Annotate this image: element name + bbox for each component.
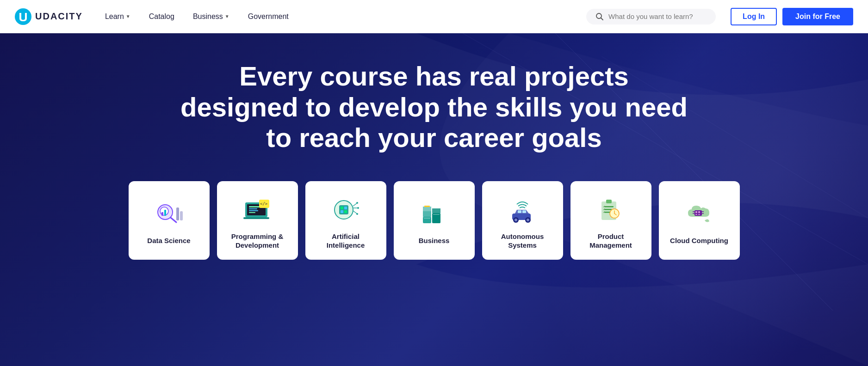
- category-cards: Data Science </>: [129, 181, 740, 260]
- category-card-cloud[interactable]: Cloud Computing: [659, 181, 740, 260]
- nav-links: Learn ▼ Catalog Business ▼ Government: [98, 9, 579, 24]
- svg-line-28: [353, 203, 357, 206]
- category-card-product[interactable]: ✓ ✓ ✓ Product Management: [570, 181, 651, 260]
- udacity-logo-icon: [15, 8, 31, 25]
- svg-point-46: [515, 219, 517, 221]
- svg-rect-51: [604, 206, 614, 207]
- svg-rect-60: [694, 210, 702, 216]
- svg-rect-39: [424, 218, 430, 219]
- svg-point-33: [356, 213, 358, 215]
- svg-rect-52: [604, 209, 612, 210]
- svg-rect-24: [341, 207, 343, 209]
- svg-point-29: [356, 202, 358, 204]
- hero-section: Every course has real projects designed …: [0, 33, 868, 366]
- svg-point-48: [527, 219, 529, 221]
- svg-rect-63: [695, 214, 697, 215]
- logo[interactable]: UDACITY: [15, 8, 83, 25]
- svg-rect-41: [424, 206, 430, 207]
- search-input[interactable]: [608, 12, 707, 20]
- chevron-down-icon: ▼: [126, 14, 130, 19]
- svg-rect-10: [164, 210, 166, 216]
- search-area[interactable]: [586, 9, 716, 24]
- category-card-business[interactable]: Business: [394, 181, 475, 260]
- svg-line-8: [171, 218, 176, 222]
- svg-rect-43: [518, 210, 521, 213]
- svg-rect-26: [341, 210, 343, 213]
- chevron-down-icon: ▼: [225, 14, 229, 19]
- svg-rect-9: [161, 212, 163, 216]
- category-label-product: Product Management: [578, 232, 644, 250]
- svg-rect-11: [176, 207, 179, 220]
- nav-item-catalog[interactable]: Catalog: [142, 9, 182, 24]
- logo-text: UDACITY: [35, 11, 83, 22]
- svg-rect-12: [180, 211, 183, 220]
- ai-icon: [329, 193, 362, 226]
- business-icon: [417, 197, 451, 231]
- cloud-icon: [682, 197, 716, 231]
- svg-line-2: [601, 18, 603, 20]
- svg-rect-64: [698, 214, 700, 215]
- svg-rect-18: [249, 212, 255, 213]
- svg-rect-36: [423, 207, 431, 211]
- hero-title: Every course has real projects designed …: [180, 61, 688, 153]
- svg-text:</>: </>: [260, 201, 268, 206]
- svg-rect-35: [423, 211, 431, 217]
- category-label-data-science: Data Science: [147, 236, 190, 245]
- category-label-business: Business: [419, 236, 450, 245]
- svg-rect-17: [249, 210, 258, 211]
- svg-rect-16: [249, 208, 257, 209]
- nav-item-business[interactable]: Business ▼: [186, 9, 237, 24]
- category-label-programming: Programming & Development: [224, 232, 291, 250]
- svg-rect-44: [522, 210, 526, 213]
- login-button[interactable]: Log In: [731, 8, 777, 25]
- data-science-icon: [152, 197, 186, 231]
- autonomous-icon: [506, 193, 539, 226]
- svg-rect-62: [698, 211, 700, 213]
- product-icon: ✓ ✓ ✓: [594, 193, 627, 226]
- category-card-ai[interactable]: Artificial Intelligence: [305, 181, 386, 260]
- nav-buttons: Log In Join for Free: [731, 8, 853, 25]
- category-label-cloud: Cloud Computing: [670, 236, 728, 245]
- svg-point-0: [15, 8, 31, 25]
- svg-rect-25: [344, 207, 347, 209]
- svg-text:✓: ✓: [603, 211, 605, 214]
- svg-rect-15: [249, 206, 260, 207]
- category-card-data-science[interactable]: Data Science: [129, 181, 210, 260]
- svg-point-31: [357, 207, 359, 209]
- category-card-programming[interactable]: </> Programming & Development: [217, 181, 298, 260]
- svg-rect-27: [344, 210, 347, 213]
- svg-line-32: [353, 211, 357, 214]
- svg-rect-23: [339, 205, 348, 214]
- nav-item-government[interactable]: Government: [241, 9, 296, 24]
- svg-rect-40: [433, 214, 440, 215]
- navbar: UDACITY Learn ▼ Catalog Business ▼ Gover…: [0, 0, 868, 33]
- programming-icon: </>: [241, 193, 274, 226]
- svg-rect-21: [243, 217, 269, 219]
- category-label-autonomous: Autonomous Systems: [490, 232, 556, 250]
- join-button[interactable]: Join for Free: [782, 8, 853, 25]
- search-icon: [595, 12, 604, 21]
- category-card-autonomous[interactable]: Autonomous Systems: [482, 181, 563, 260]
- svg-rect-61: [695, 211, 697, 213]
- category-label-ai: Artificial Intelligence: [313, 232, 379, 250]
- nav-item-learn[interactable]: Learn ▼: [98, 9, 138, 24]
- svg-rect-50: [606, 200, 612, 203]
- svg-rect-38: [432, 208, 440, 213]
